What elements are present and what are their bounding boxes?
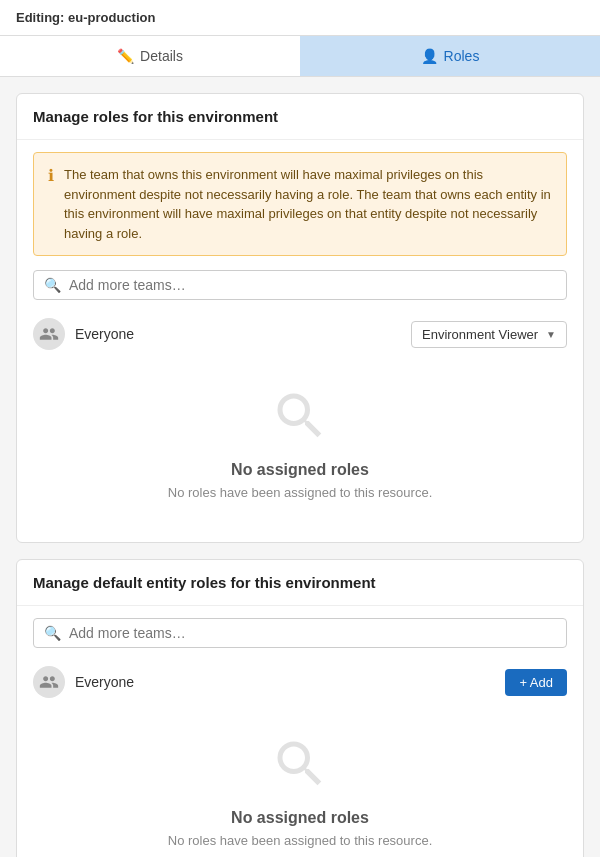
info-icon: ℹ xyxy=(48,166,54,185)
env-roles-card: Manage roles for this environment ℹ The … xyxy=(16,93,584,543)
everyone-avatar xyxy=(33,318,65,350)
editing-header: Editing: eu-production xyxy=(0,0,600,36)
env-roles-body: ℹ The team that owns this environment wi… xyxy=(17,140,583,542)
env-roles-search-input[interactable] xyxy=(69,277,556,293)
env-empty-subtitle: No roles have been assigned to this reso… xyxy=(168,485,433,500)
search-icon: 🔍 xyxy=(44,277,61,293)
entity-roles-empty-state: No assigned roles No roles have been ass… xyxy=(33,704,567,857)
editing-label: Editing: xyxy=(16,10,64,25)
main-content: Manage roles for this environment ℹ The … xyxy=(0,77,600,857)
entity-roles-team-row: Everyone + Add xyxy=(33,660,567,704)
tab-roles[interactable]: 👤 Roles xyxy=(300,36,600,76)
users-icon-2 xyxy=(39,672,59,692)
env-name: eu-production xyxy=(68,10,155,25)
info-banner: ℹ The team that owns this environment wi… xyxy=(33,152,567,256)
users-icon xyxy=(39,324,59,344)
env-roles-title: Manage roles for this environment xyxy=(17,94,583,140)
everyone-name-2: Everyone xyxy=(75,674,495,690)
env-roles-search-bar[interactable]: 🔍 xyxy=(33,270,567,300)
info-text: The team that owns this environment will… xyxy=(64,165,552,243)
tab-bar: ✏️ Details 👤 Roles xyxy=(0,36,600,77)
pencil-icon: ✏️ xyxy=(117,48,134,64)
tab-details[interactable]: ✏️ Details xyxy=(0,36,300,76)
everyone-name: Everyone xyxy=(75,326,401,342)
env-roles-team-row: Everyone Environment Viewer ▼ xyxy=(33,312,567,356)
entity-roles-search-input[interactable] xyxy=(69,625,556,641)
user-circle-icon: 👤 xyxy=(421,48,438,64)
env-roles-empty-state: No assigned roles No roles have been ass… xyxy=(33,356,567,530)
no-results-icon-2 xyxy=(270,734,330,797)
entity-roles-search-bar[interactable]: 🔍 xyxy=(33,618,567,648)
tab-details-label: Details xyxy=(140,48,183,64)
no-results-icon xyxy=(270,386,330,449)
everyone-avatar-2 xyxy=(33,666,65,698)
add-button[interactable]: + Add xyxy=(505,669,567,696)
role-dropdown[interactable]: Environment Viewer ▼ xyxy=(411,321,567,348)
chevron-down-icon: ▼ xyxy=(546,329,556,340)
entity-roles-body: 🔍 Everyone + Add No assigned roles xyxy=(17,606,583,857)
env-empty-title: No assigned roles xyxy=(231,461,369,479)
tab-roles-label: Roles xyxy=(444,48,480,64)
entity-empty-subtitle: No roles have been assigned to this reso… xyxy=(168,833,433,848)
entity-roles-title: Manage default entity roles for this env… xyxy=(17,560,583,606)
entity-roles-card: Manage default entity roles for this env… xyxy=(16,559,584,857)
search-icon-2: 🔍 xyxy=(44,625,61,641)
entity-empty-title: No assigned roles xyxy=(231,809,369,827)
role-label: Environment Viewer xyxy=(422,327,538,342)
